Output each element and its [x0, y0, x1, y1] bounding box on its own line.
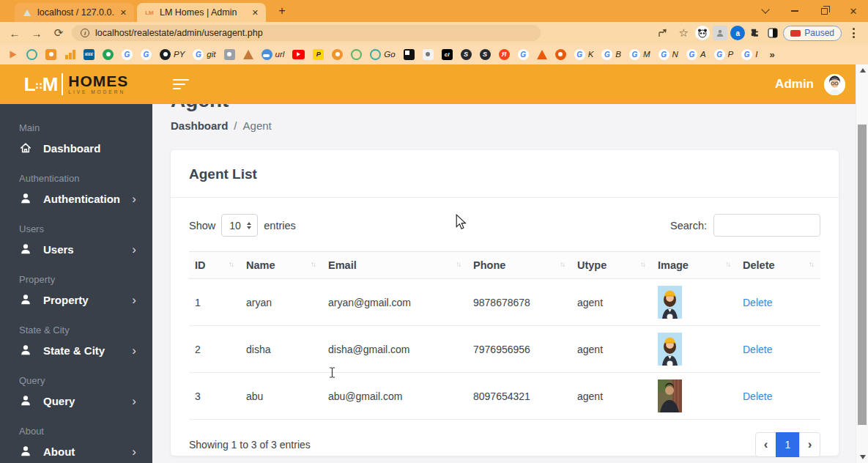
delete-link[interactable]: Delete: [743, 297, 772, 308]
bookmark-s-dark-2[interactable]: S: [478, 49, 493, 60]
pagination-next-icon[interactable]: ›: [799, 432, 820, 457]
bookmark-google-i[interactable]: GI: [739, 49, 760, 60]
bookmark-s-dark-1[interactable]: S: [459, 49, 474, 60]
sidebar-item-query[interactable]: Query ›: [0, 388, 152, 413]
tab-close-icon[interactable]: ✕: [252, 8, 259, 18]
bookmark-crow[interactable]: [401, 49, 417, 60]
column-header-image[interactable]: Image↑↓: [652, 252, 737, 279]
agent-list-card: Agent List Show 10 entries Search:: [171, 150, 839, 456]
bookmark-arrow[interactable]: [6, 50, 21, 59]
bookmark-cl[interactable]: cl: [439, 49, 455, 60]
sidebar-item-state-city[interactable]: State & City ›: [0, 338, 152, 363]
bookmark-google-b[interactable]: GB: [599, 49, 623, 60]
bookmark-go[interactable]: Go: [368, 49, 397, 60]
restore-button[interactable]: [809, 0, 839, 22]
sidebar-item-dashboard[interactable]: Dashboard: [0, 136, 152, 160]
bookmark-google-m[interactable]: GM: [627, 49, 653, 60]
bookmark-matlab[interactable]: [535, 50, 549, 59]
reload-icon[interactable]: ⟳: [50, 24, 67, 42]
sidebar-item-authentication[interactable]: Authentication ›: [0, 186, 152, 211]
bookmark-google-2[interactable]: G: [138, 49, 154, 60]
new-tab-button[interactable]: +: [273, 2, 291, 20]
bookmark-google-1[interactable]: G: [119, 49, 135, 60]
window-chevron-icon[interactable]: [751, 0, 780, 22]
logo-divider: [62, 73, 63, 95]
bookmark-p-yellow[interactable]: P: [311, 49, 326, 60]
address-bar[interactable]: i localhost/realestate/admin/useragent.p…: [72, 25, 541, 41]
bookmark-yandex[interactable]: Я: [497, 49, 512, 60]
column-header-utype[interactable]: Utype↑↓: [571, 252, 652, 279]
bookmarks-overflow-icon[interactable]: »: [769, 49, 774, 60]
bookmark-eye[interactable]: [553, 49, 568, 60]
sidebar-item-property[interactable]: Property ›: [0, 287, 152, 312]
bookmark-gray-badge[interactable]: [222, 49, 237, 60]
cell-id: 1: [189, 279, 240, 326]
paused-extension-badge[interactable]: Paused: [783, 26, 842, 41]
admin-menu[interactable]: Admin: [775, 77, 814, 92]
bookmark-analytics[interactable]: [62, 49, 78, 60]
tab-close-icon[interactable]: ✕: [120, 8, 127, 18]
extension-panda-icon[interactable]: [695, 26, 710, 40]
site-info-icon[interactable]: i: [81, 29, 89, 37]
back-icon[interactable]: ←: [6, 24, 23, 42]
cell-utype: agent: [571, 373, 652, 420]
bookmark-google-git[interactable]: Ggit: [190, 49, 218, 60]
bookmark-green-ring[interactable]: [349, 49, 364, 60]
pagination-prev-icon[interactable]: ‹: [755, 432, 776, 457]
share-icon[interactable]: [654, 24, 672, 42]
table-row: 3 abu abu@gmail.com 8097654321 agent: [189, 373, 820, 420]
cell-delete: Delete: [737, 326, 820, 373]
tab-lm-homes-admin[interactable]: LM LM Homes | Admin ✕: [137, 3, 266, 22]
delete-link[interactable]: Delete: [743, 390, 772, 402]
cell-name: disha: [240, 326, 322, 373]
column-header-email[interactable]: Email↑↓: [322, 252, 467, 279]
column-header-id[interactable]: ID↑↓: [189, 252, 240, 279]
tab-phpmyadmin[interactable]: localhost / 127.0.0.1 / developers ✕: [15, 3, 134, 22]
pagination-page-1[interactable]: 1: [776, 432, 800, 457]
page-scrollbar[interactable]: [856, 64, 868, 463]
delete-link[interactable]: Delete: [743, 344, 772, 355]
bookmark-orange-badge[interactable]: [43, 49, 59, 60]
browser-menu-icon[interactable]: [845, 28, 862, 38]
column-header-name[interactable]: Name↑↓: [240, 252, 322, 279]
extension-a-icon[interactable]: a: [730, 26, 745, 40]
column-header-phone[interactable]: Phone↑↓: [467, 252, 571, 279]
bookmark-github-py[interactable]: PY: [157, 49, 187, 60]
user-icon: [19, 293, 32, 306]
sidebar-item-users[interactable]: Users ›: [0, 237, 152, 262]
bookmark-phpmyadmin[interactable]: [241, 50, 256, 59]
bookmark-star-icon[interactable]: ☆: [675, 24, 692, 42]
extension-dark-square-icon[interactable]: [765, 26, 780, 40]
bookmark-google-3[interactable]: G: [516, 49, 531, 60]
forward-icon[interactable]: →: [28, 24, 45, 42]
lm-homes-logo[interactable]: L∷M HOMES LIVE MODERN: [24, 73, 129, 96]
bookmark-google-k[interactable]: GK: [572, 49, 596, 60]
bookmark-google-p[interactable]: GP: [712, 49, 736, 60]
sidebar-toggle-icon[interactable]: [173, 79, 189, 90]
sidebar-item-about[interactable]: About ›: [0, 439, 152, 463]
scroll-down-icon[interactable]: [856, 451, 868, 463]
bookmark-teal-ring[interactable]: [24, 49, 40, 60]
column-header-delete[interactable]: Delete↑↓: [737, 252, 820, 279]
bookmark-green-circle[interactable]: [100, 49, 116, 60]
extensions-puzzle-icon[interactable]: [748, 26, 763, 40]
close-button[interactable]: ✕: [839, 0, 868, 22]
page-title-clipped: Agent: [171, 104, 839, 114]
scroll-up-icon[interactable]: [856, 64, 868, 76]
bookmark-orange-figure[interactable]: [330, 49, 345, 60]
search-input[interactable]: [713, 214, 820, 237]
bookmark-figure[interactable]: [420, 49, 436, 60]
page-length-select[interactable]: 10: [221, 214, 258, 237]
bookmark-google-n[interactable]: GN: [656, 49, 680, 60]
cell-utype: agent: [571, 326, 652, 373]
bookmark-youtube[interactable]: [290, 50, 307, 59]
scrollbar-thumb[interactable]: [858, 125, 867, 425]
extension-profile-icon[interactable]: [713, 26, 727, 40]
minimize-button[interactable]: [780, 0, 809, 22]
bookmark-ieee[interactable]: IEEE: [81, 49, 97, 60]
bookmark-google-a[interactable]: GA: [684, 49, 708, 60]
admin-avatar[interactable]: [824, 74, 845, 95]
chevron-right-icon: ›: [132, 294, 136, 306]
bookmark-url-shortener[interactable]: url: [259, 49, 287, 60]
breadcrumb-dashboard[interactable]: Dashboard: [171, 119, 228, 132]
